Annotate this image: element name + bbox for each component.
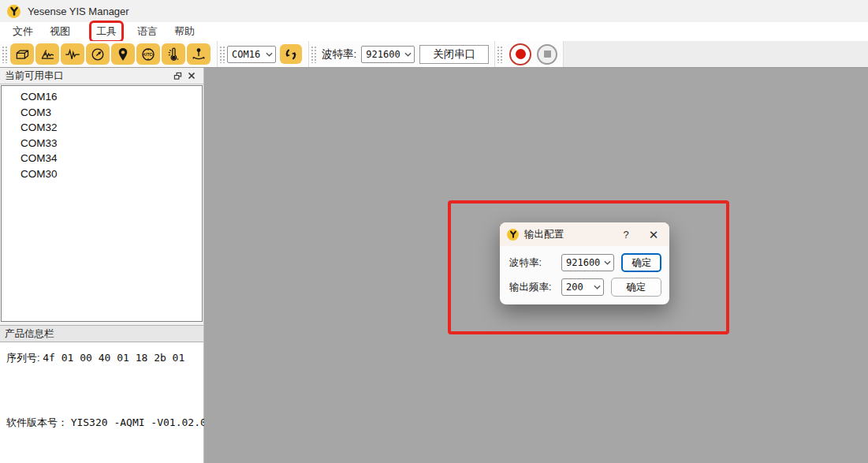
serial-number-value: 4f 01 00 40 01 18 2b 01 bbox=[43, 352, 184, 364]
attitude-wave-icon[interactable] bbox=[35, 43, 59, 65]
serial-number-label: 序列号: bbox=[6, 352, 40, 364]
menu-bar: 文件 视图 工具 语言 帮助 bbox=[0, 22, 868, 41]
chevron-down-icon bbox=[404, 52, 412, 57]
dialog-baud-value: 921600 bbox=[566, 257, 600, 268]
float-panel-icon[interactable] bbox=[170, 69, 184, 82]
baud-rate-row: 波特率: 921600 确定 bbox=[509, 253, 661, 272]
toolbar-handle[interactable] bbox=[1, 45, 7, 63]
thermometer-icon[interactable] bbox=[162, 43, 185, 65]
toolbar-group-baud: 波特率: 921600 关闭串口 bbox=[309, 41, 495, 67]
title-bar: Yesense YIS Manager bbox=[0, 0, 868, 22]
menu-tools[interactable]: 工具 bbox=[91, 23, 121, 40]
baud-select[interactable]: 921600 bbox=[361, 46, 415, 63]
stop-icon[interactable] bbox=[537, 44, 557, 65]
serial-port-dock: 当前可用串口 COM16 COM3 COM32 COM33 COM34 COM3… bbox=[0, 68, 204, 463]
dialog-frequency-select[interactable]: 200 bbox=[561, 278, 604, 296]
product-info-title: 产品信息栏 bbox=[5, 327, 54, 341]
confirm-baud-button[interactable]: 确定 bbox=[621, 253, 661, 272]
app-window: Yesense YIS Manager 文件 视图 工具 语言 帮助 bbox=[0, 0, 868, 463]
output-config-dialog: 输出配置 ? ✕ 波特率: 921600 确定 输出频率: bbox=[500, 222, 669, 304]
gauge-icon[interactable] bbox=[86, 43, 110, 65]
list-item[interactable]: COM34 bbox=[2, 151, 202, 166]
port-select-value: COM16 bbox=[232, 49, 260, 60]
dock-title: 当前可用串口 bbox=[5, 69, 64, 83]
chevron-down-icon bbox=[266, 52, 273, 57]
dialog-body: 波特率: 921600 确定 输出频率: 200 确定 bbox=[500, 246, 669, 297]
serial-number-line: 序列号: 4f 01 00 40 01 18 2b 01 bbox=[6, 351, 184, 365]
list-item[interactable]: COM3 bbox=[2, 105, 202, 121]
close-serial-port-button[interactable]: 关闭串口 bbox=[419, 45, 489, 64]
dialog-title-bar: 输出配置 ? ✕ bbox=[500, 222, 669, 246]
record-dot bbox=[516, 49, 526, 59]
chevron-down-icon bbox=[604, 260, 611, 265]
menu-language[interactable]: 语言 bbox=[132, 23, 162, 40]
list-item[interactable]: COM30 bbox=[2, 166, 202, 182]
toolbar-group-record bbox=[495, 41, 564, 67]
chevron-down-icon bbox=[594, 285, 601, 289]
inclinometer-icon[interactable] bbox=[187, 43, 210, 65]
dialog-baud-label: 波特率: bbox=[509, 256, 561, 270]
stop-square bbox=[544, 50, 551, 58]
product-info-body: 序列号: 4f 01 00 40 01 18 2b 01 软件版本号： YIS3… bbox=[0, 342, 203, 463]
toolbar-spacer bbox=[564, 41, 868, 67]
menu-help[interactable]: 帮助 bbox=[170, 23, 199, 40]
dialog-frequency-label: 输出频率: bbox=[509, 281, 561, 294]
dialog-baud-select[interactable]: 921600 bbox=[561, 254, 614, 271]
toolbar-handle[interactable] bbox=[310, 45, 316, 63]
baud-select-value: 921600 bbox=[366, 49, 400, 60]
raw-wave-icon[interactable] bbox=[61, 43, 84, 65]
serial-port-list: COM16 COM3 COM32 COM33 COM34 COM30 bbox=[1, 85, 203, 322]
close-icon[interactable]: ✕ bbox=[645, 229, 662, 241]
list-item[interactable]: COM33 bbox=[2, 136, 202, 151]
utc-clock-icon[interactable]: UTC bbox=[136, 43, 160, 65]
toolbar-handle[interactable] bbox=[218, 45, 225, 63]
dock-header: 当前可用串口 bbox=[0, 68, 203, 84]
toolbar-group-views: UTC bbox=[0, 41, 218, 67]
dialog-title: 输出配置 bbox=[524, 228, 564, 241]
close-panel-icon[interactable] bbox=[184, 69, 199, 82]
toolbar-group-port: COM16 bbox=[218, 41, 309, 67]
yesense-logo-icon bbox=[507, 229, 519, 241]
dialog-frequency-value: 200 bbox=[566, 282, 583, 293]
yesense-logo-icon bbox=[7, 5, 20, 18]
port-select[interactable]: COM16 bbox=[227, 46, 276, 63]
record-icon[interactable] bbox=[509, 43, 531, 65]
list-item[interactable]: COM32 bbox=[2, 120, 202, 136]
help-icon[interactable]: ? bbox=[619, 229, 633, 241]
window-body: 当前可用串口 COM16 COM3 COM32 COM33 COM34 COM3… bbox=[0, 68, 868, 463]
workspace: 输出配置 ? ✕ 波特率: 921600 确定 输出频率: bbox=[204, 68, 868, 463]
product-info-header: 产品信息栏 bbox=[0, 325, 203, 342]
software-version-value: YIS320 -AQMI -V01.02.03; bbox=[71, 416, 219, 428]
confirm-frequency-button[interactable]: 确定 bbox=[611, 278, 661, 297]
refresh-icon[interactable] bbox=[280, 44, 302, 64]
list-item[interactable]: COM16 bbox=[2, 89, 202, 105]
toolbar-handle[interactable] bbox=[496, 45, 502, 63]
toolbar: UTC bbox=[0, 41, 868, 68]
output-frequency-row: 输出频率: 200 确定 bbox=[509, 278, 661, 297]
software-version-line: 软件版本号： YIS320 -AQMI -V01.02.03; bbox=[6, 416, 218, 430]
cube-icon[interactable] bbox=[10, 43, 34, 65]
window-title: Yesense YIS Manager bbox=[28, 6, 129, 17]
software-version-label: 软件版本号： bbox=[6, 416, 68, 428]
gps-pin-icon[interactable] bbox=[111, 43, 135, 65]
baud-rate-label: 波特率: bbox=[322, 47, 356, 62]
menu-file[interactable]: 文件 bbox=[8, 23, 38, 40]
svg-text:UTC: UTC bbox=[144, 51, 153, 56]
menu-view[interactable]: 视图 bbox=[45, 23, 75, 40]
